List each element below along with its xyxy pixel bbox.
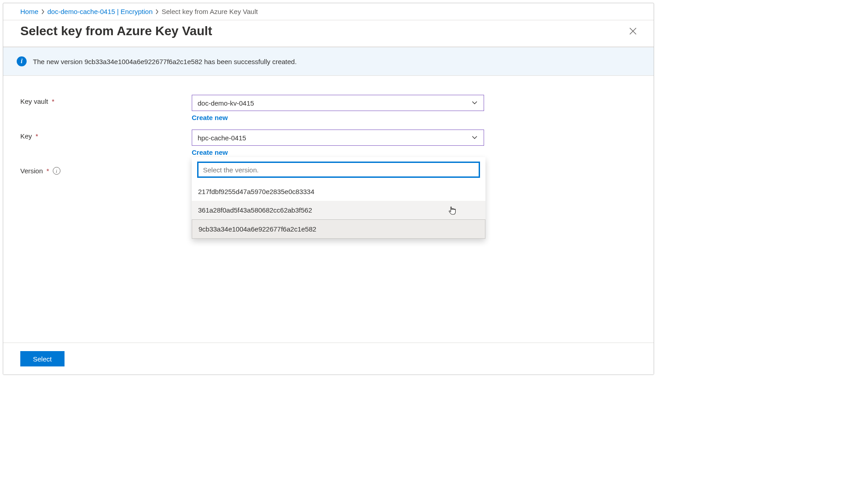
combo-key-vault-value: doc-demo-kv-0415 <box>198 99 254 107</box>
breadcrumb-resource[interactable]: doc-demo-cache-0415 | Encryption <box>47 8 152 15</box>
version-search-box[interactable] <box>197 162 480 178</box>
chevron-down-icon <box>471 134 478 141</box>
breadcrumb-home[interactable]: Home <box>20 8 38 15</box>
select-button[interactable]: Select <box>20 351 65 366</box>
breadcrumb-subsection[interactable]: Encryption <box>120 8 152 15</box>
form-area: Key vault * doc-demo-kv-0415 Create new … <box>3 76 654 343</box>
info-icon: i <box>17 56 27 66</box>
row-key-vault: Key vault * doc-demo-kv-0415 Create new <box>20 95 640 121</box>
label-key-vault: Key vault * <box>20 95 192 105</box>
version-option[interactable]: 361a28f0ad5f43a580682cc62ab3f562 <box>192 201 485 219</box>
version-option-label: 361a28f0ad5f43a580682cc62ab3f562 <box>198 206 312 214</box>
breadcrumb: Home doc-demo-cache-0415 | Encryption Se… <box>3 3 654 20</box>
combo-key-vault[interactable]: doc-demo-kv-0415 <box>192 95 484 111</box>
required-asterisk: * <box>46 167 49 175</box>
info-banner: i The new version 9cb33a34e1004a6e922677… <box>3 47 654 76</box>
link-create-key-vault[interactable]: Create new <box>192 114 228 121</box>
required-asterisk: * <box>36 132 38 140</box>
version-search-input[interactable] <box>202 166 475 174</box>
label-key-text: Key <box>20 132 32 140</box>
info-banner-text: The new version 9cb33a34e1004a6e922677f6… <box>33 58 297 65</box>
version-option-selected[interactable]: 9cb33a34e1004a6e922677f6a2c1e582 <box>192 219 485 239</box>
link-create-key[interactable]: Create new <box>192 148 228 156</box>
chevron-right-icon <box>41 9 45 14</box>
footer: Select <box>3 343 654 375</box>
required-asterisk: * <box>52 97 55 105</box>
row-key: Key * hpc-cache-0415 Create new <box>20 130 640 156</box>
label-key-vault-text: Key vault <box>20 97 48 105</box>
chevron-right-icon <box>155 9 159 14</box>
breadcrumb-resource-name[interactable]: doc-demo-cache-0415 <box>47 8 115 15</box>
breadcrumb-current: Select key from Azure Key Vault <box>162 8 258 15</box>
chevron-down-icon <box>471 99 478 107</box>
pointer-cursor-icon <box>448 204 457 216</box>
title-row: Select key from Azure Key Vault <box>3 20 654 47</box>
blade-panel: Home doc-demo-cache-0415 | Encryption Se… <box>3 3 654 375</box>
label-version: Version * i <box>20 164 192 175</box>
close-icon <box>629 27 637 35</box>
label-version-text: Version <box>20 167 43 175</box>
page-title: Select key from Azure Key Vault <box>20 24 212 38</box>
info-icon[interactable]: i <box>53 167 60 175</box>
label-key: Key * <box>20 130 192 140</box>
version-dropdown-popup: 217fdbf9255d47a5970e2835e0c83334 361a28f… <box>192 157 485 239</box>
combo-key[interactable]: hpc-cache-0415 <box>192 130 484 146</box>
close-button[interactable] <box>626 24 640 38</box>
version-option[interactable]: 217fdbf9255d47a5970e2835e0c83334 <box>192 182 485 201</box>
combo-key-value: hpc-cache-0415 <box>198 134 246 142</box>
